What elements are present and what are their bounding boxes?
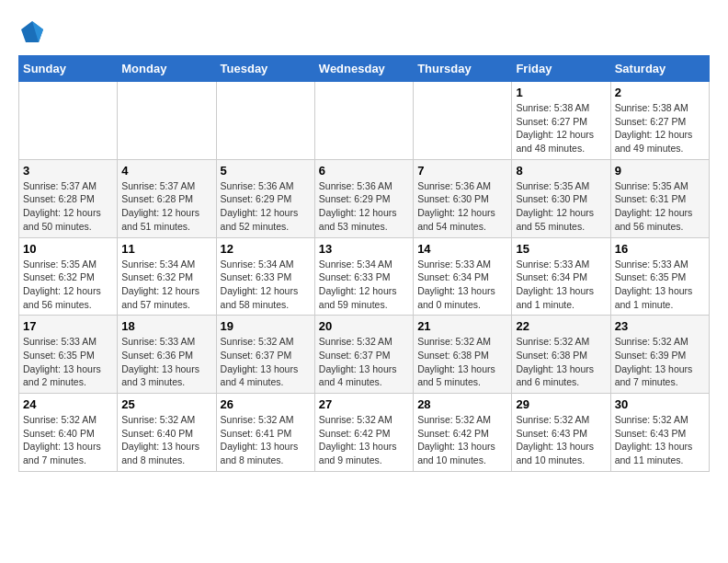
day-info: Sunrise: 5:33 AM Sunset: 6:35 PM Dayligh… (615, 258, 705, 312)
day-info: Sunrise: 5:33 AM Sunset: 6:34 PM Dayligh… (417, 258, 507, 312)
day-info: Sunrise: 5:34 AM Sunset: 6:33 PM Dayligh… (319, 258, 409, 312)
day-number: 9 (615, 164, 705, 178)
day-info: Sunrise: 5:32 AM Sunset: 6:40 PM Dayligh… (23, 413, 113, 467)
day-number: 17 (23, 319, 113, 333)
day-info: Sunrise: 5:33 AM Sunset: 6:35 PM Dayligh… (23, 335, 113, 389)
calendar-table: SundayMondayTuesdayWednesdayThursdayFrid… (18, 55, 710, 472)
day-info: Sunrise: 5:38 AM Sunset: 6:27 PM Dayligh… (615, 101, 705, 155)
day-cell: 1Sunrise: 5:38 AM Sunset: 6:27 PM Daylig… (512, 82, 610, 160)
day-number: 6 (319, 164, 409, 178)
day-cell: 6Sunrise: 5:36 AM Sunset: 6:29 PM Daylig… (314, 159, 413, 237)
day-info: Sunrise: 5:35 AM Sunset: 6:31 PM Dayligh… (615, 179, 705, 234)
day-cell: 29Sunrise: 5:32 AM Sunset: 6:43 PM Dayli… (512, 394, 610, 472)
day-cell (414, 82, 512, 160)
calendar-body: 1Sunrise: 5:38 AM Sunset: 6:27 PM Daylig… (19, 82, 710, 472)
week-row-0: 1Sunrise: 5:38 AM Sunset: 6:27 PM Daylig… (19, 82, 710, 160)
day-number: 30 (615, 397, 705, 411)
day-cell: 28Sunrise: 5:32 AM Sunset: 6:42 PM Dayli… (414, 394, 512, 472)
day-cell: 19Sunrise: 5:32 AM Sunset: 6:37 PM Dayli… (216, 316, 314, 394)
day-number: 7 (417, 164, 507, 178)
day-cell: 4Sunrise: 5:37 AM Sunset: 6:28 PM Daylig… (118, 159, 216, 237)
day-info: Sunrise: 5:38 AM Sunset: 6:27 PM Dayligh… (516, 101, 606, 155)
day-number: 21 (417, 319, 507, 333)
day-number: 27 (319, 397, 409, 411)
week-row-3: 17Sunrise: 5:33 AM Sunset: 6:35 PM Dayli… (19, 316, 710, 394)
day-cell: 11Sunrise: 5:34 AM Sunset: 6:32 PM Dayli… (118, 237, 216, 316)
day-number: 18 (121, 319, 211, 333)
day-info: Sunrise: 5:32 AM Sunset: 6:43 PM Dayligh… (516, 413, 606, 467)
week-row-4: 24Sunrise: 5:32 AM Sunset: 6:40 PM Dayli… (19, 394, 710, 472)
day-cell (216, 82, 314, 160)
day-number: 2 (615, 86, 705, 99)
day-cell: 2Sunrise: 5:38 AM Sunset: 6:27 PM Daylig… (610, 82, 709, 160)
weekday-tuesday: Tuesday (216, 56, 314, 82)
day-cell: 3Sunrise: 5:37 AM Sunset: 6:28 PM Daylig… (19, 159, 118, 237)
day-info: Sunrise: 5:32 AM Sunset: 6:39 PM Dayligh… (615, 335, 705, 389)
day-cell: 21Sunrise: 5:32 AM Sunset: 6:38 PM Dayli… (414, 316, 512, 394)
day-number: 12 (221, 242, 311, 256)
day-cell (19, 82, 118, 160)
day-info: Sunrise: 5:32 AM Sunset: 6:38 PM Dayligh… (417, 335, 507, 389)
day-info: Sunrise: 5:32 AM Sunset: 6:40 PM Dayligh… (121, 413, 211, 467)
day-number: 15 (516, 242, 606, 256)
day-number: 22 (516, 319, 606, 333)
day-number: 14 (417, 242, 507, 256)
day-cell: 18Sunrise: 5:33 AM Sunset: 6:36 PM Dayli… (118, 316, 216, 394)
logo-icon (18, 18, 46, 46)
day-number: 20 (319, 319, 409, 333)
day-info: Sunrise: 5:32 AM Sunset: 6:42 PM Dayligh… (417, 413, 507, 467)
day-info: Sunrise: 5:32 AM Sunset: 6:41 PM Dayligh… (221, 413, 311, 467)
day-info: Sunrise: 5:36 AM Sunset: 6:29 PM Dayligh… (319, 179, 409, 234)
day-number: 10 (23, 242, 113, 256)
day-number: 16 (615, 242, 705, 256)
day-number: 5 (221, 164, 311, 178)
day-cell: 17Sunrise: 5:33 AM Sunset: 6:35 PM Dayli… (19, 316, 118, 394)
day-cell: 26Sunrise: 5:32 AM Sunset: 6:41 PM Dayli… (216, 394, 314, 472)
day-cell: 8Sunrise: 5:35 AM Sunset: 6:30 PM Daylig… (512, 159, 610, 237)
day-number: 4 (121, 164, 211, 178)
day-cell: 20Sunrise: 5:32 AM Sunset: 6:37 PM Dayli… (314, 316, 413, 394)
day-info: Sunrise: 5:36 AM Sunset: 6:29 PM Dayligh… (221, 179, 311, 234)
day-number: 26 (221, 397, 311, 411)
weekday-monday: Monday (118, 56, 216, 82)
day-cell: 27Sunrise: 5:32 AM Sunset: 6:42 PM Dayli… (314, 394, 413, 472)
week-row-2: 10Sunrise: 5:35 AM Sunset: 6:32 PM Dayli… (19, 237, 710, 316)
day-cell: 30Sunrise: 5:32 AM Sunset: 6:43 PM Dayli… (610, 394, 709, 472)
weekday-saturday: Saturday (610, 56, 709, 82)
day-number: 11 (121, 242, 211, 256)
weekday-row: SundayMondayTuesdayWednesdayThursdayFrid… (19, 56, 710, 82)
day-info: Sunrise: 5:36 AM Sunset: 6:30 PM Dayligh… (417, 179, 507, 234)
weekday-thursday: Thursday (414, 56, 512, 82)
day-number: 24 (23, 397, 113, 411)
day-number: 13 (319, 242, 409, 256)
day-cell: 13Sunrise: 5:34 AM Sunset: 6:33 PM Dayli… (314, 237, 413, 316)
day-info: Sunrise: 5:32 AM Sunset: 6:43 PM Dayligh… (615, 413, 705, 467)
day-number: 19 (221, 319, 311, 333)
day-info: Sunrise: 5:32 AM Sunset: 6:37 PM Dayligh… (319, 335, 409, 389)
day-number: 1 (516, 86, 606, 99)
day-cell: 25Sunrise: 5:32 AM Sunset: 6:40 PM Dayli… (118, 394, 216, 472)
day-cell: 15Sunrise: 5:33 AM Sunset: 6:34 PM Dayli… (512, 237, 610, 316)
day-cell: 22Sunrise: 5:32 AM Sunset: 6:38 PM Dayli… (512, 316, 610, 394)
day-number: 25 (121, 397, 211, 411)
day-number: 8 (516, 164, 606, 178)
weekday-friday: Friday (512, 56, 610, 82)
day-number: 3 (23, 164, 113, 178)
day-info: Sunrise: 5:33 AM Sunset: 6:34 PM Dayligh… (516, 258, 606, 312)
week-row-1: 3Sunrise: 5:37 AM Sunset: 6:28 PM Daylig… (19, 159, 710, 237)
header (18, 18, 710, 46)
day-info: Sunrise: 5:32 AM Sunset: 6:42 PM Dayligh… (319, 413, 409, 467)
logo (18, 18, 50, 46)
day-info: Sunrise: 5:34 AM Sunset: 6:33 PM Dayligh… (221, 258, 311, 312)
day-info: Sunrise: 5:34 AM Sunset: 6:32 PM Dayligh… (121, 258, 211, 312)
day-cell (314, 82, 413, 160)
day-cell: 9Sunrise: 5:35 AM Sunset: 6:31 PM Daylig… (610, 159, 709, 237)
day-cell: 23Sunrise: 5:32 AM Sunset: 6:39 PM Dayli… (610, 316, 709, 394)
day-number: 29 (516, 397, 606, 411)
day-cell: 5Sunrise: 5:36 AM Sunset: 6:29 PM Daylig… (216, 159, 314, 237)
day-info: Sunrise: 5:32 AM Sunset: 6:37 PM Dayligh… (221, 335, 311, 389)
day-number: 28 (417, 397, 507, 411)
day-cell (118, 82, 216, 160)
day-cell: 16Sunrise: 5:33 AM Sunset: 6:35 PM Dayli… (610, 237, 709, 316)
day-cell: 10Sunrise: 5:35 AM Sunset: 6:32 PM Dayli… (19, 237, 118, 316)
